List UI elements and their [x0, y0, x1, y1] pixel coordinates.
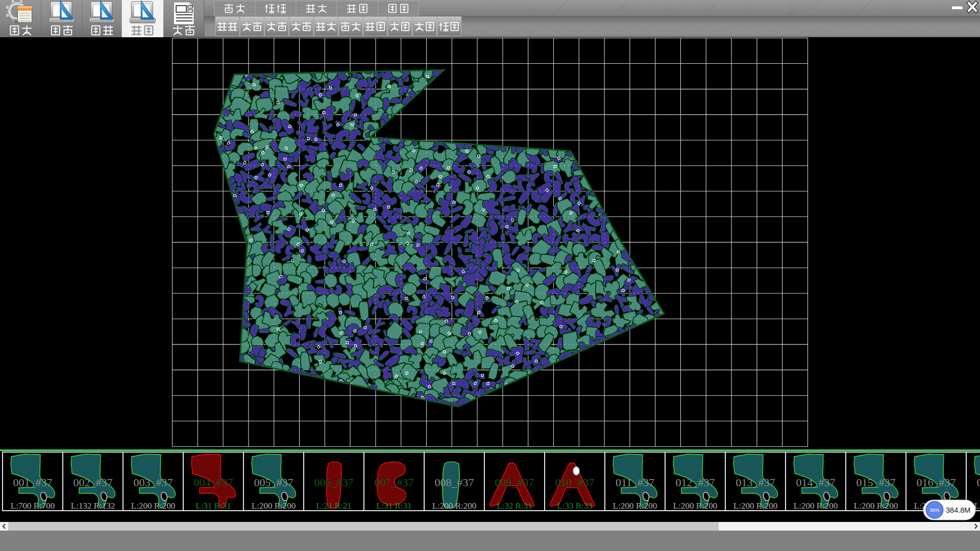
svg-text:38%: 38%	[929, 507, 940, 513]
svg-text:L:200 R:200: L:200 R:200	[673, 501, 717, 511]
svg-text:L:200 R:200: L:200 R:200	[432, 501, 476, 511]
svg-text:L:200 R:200: L:200 R:200	[794, 501, 838, 511]
svg-text:L:132 R:132: L:132 R:132	[71, 501, 115, 511]
svg-text:L:200 R:200: L:200 R:200	[733, 501, 777, 511]
svg-text:L:700 R:700: L:700 R:700	[11, 501, 55, 511]
svg-text:L:200 R:200: L:200 R:200	[854, 501, 898, 511]
svg-text:010_#37: 010_#37	[555, 476, 595, 489]
svg-text:006_#37: 006_#37	[314, 476, 354, 489]
svg-text:017_#37: 017_#37	[977, 476, 980, 489]
svg-text:L:31 R:31: L:31 R:31	[376, 501, 411, 511]
svg-text:005_#37: 005_#37	[254, 476, 293, 489]
svg-text:011_#37: 011_#37	[616, 476, 654, 489]
svg-text:L:21 R:21: L:21 R:21	[316, 501, 351, 511]
svg-text:L:200 R:200: L:200 R:200	[131, 501, 175, 511]
svg-text:008_#37: 008_#37	[435, 476, 474, 489]
svg-text:L:33 R:33: L:33 R:33	[557, 501, 592, 511]
svg-text:007_#37: 007_#37	[375, 476, 414, 489]
svg-text:013_#37: 013_#37	[736, 476, 775, 489]
svg-text:012_#37: 012_#37	[676, 476, 715, 489]
svg-text:009_#37: 009_#37	[495, 476, 534, 489]
svg-text:014_#37: 014_#37	[796, 476, 836, 489]
svg-text:003_#37: 003_#37	[134, 476, 173, 489]
svg-text:002_#37: 002_#37	[74, 476, 113, 489]
svg-text:L:200 R:200: L:200 R:200	[252, 501, 296, 511]
svg-text:001_#37: 001_#37	[13, 476, 53, 489]
svg-text:004_#37: 004_#37	[194, 476, 233, 489]
svg-text:L:32 R:31: L:32 R:31	[497, 501, 532, 511]
svg-text:015_#37: 015_#37	[856, 476, 896, 489]
svg-text:016_#37: 016_#37	[917, 476, 956, 489]
svg-text:L:31 R:31: L:31 R:31	[195, 501, 231, 511]
svg-text:384.8M: 384.8M	[946, 506, 970, 514]
svg-text:L:200 R:200: L:200 R:200	[613, 501, 657, 511]
